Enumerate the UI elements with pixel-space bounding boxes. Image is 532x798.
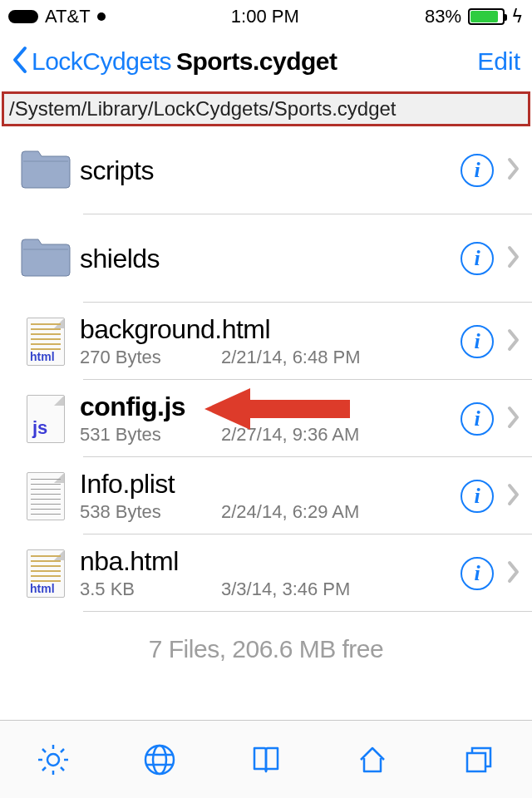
list-item[interactable]: js config.js 531 Bytes 2/27/14, 9:36 AM … — [0, 380, 532, 457]
globe-icon — [141, 741, 178, 778]
bookmarks-tab[interactable] — [239, 733, 293, 786]
battery-pct-label: 83% — [425, 6, 461, 27]
stacked-squares-icon — [461, 741, 497, 778]
chevron-right-icon — [507, 483, 520, 510]
html-file-icon: html — [27, 549, 65, 598]
info-button[interactable]: i — [461, 325, 494, 358]
svg-rect-5 — [467, 753, 485, 771]
info-button[interactable]: i — [461, 402, 494, 436]
clock-label: 1:00 PM — [231, 6, 299, 27]
web-tab[interactable] — [133, 733, 186, 786]
list-item[interactable]: html background.html 270 Bytes 2/21/14, … — [0, 303, 532, 380]
file-list: scripts i shields i html — [0, 126, 532, 612]
item-size: 538 Bytes — [80, 501, 188, 523]
footer-summary: 7 Files, 206.6 MB free — [0, 635, 532, 663]
settings-tab[interactable] — [27, 733, 80, 786]
folder-icon — [20, 148, 71, 193]
chevron-right-icon — [507, 560, 520, 587]
current-path: /System/Library/LockCydgets/Sports.cydge… — [9, 97, 523, 121]
info-button[interactable]: i — [461, 480, 494, 513]
plist-file-icon — [27, 472, 65, 520]
edit-button[interactable]: Edit — [477, 47, 520, 76]
svg-point-3 — [153, 746, 166, 774]
chevron-right-icon — [507, 406, 520, 432]
navigation-bar: LockCydgets Sports.cydget Edit — [0, 33, 532, 90]
carrier-label: AT&T — [45, 6, 91, 27]
info-button[interactable]: i — [461, 557, 494, 590]
item-size: 3.5 KB — [80, 579, 188, 600]
charging-icon: ϟ — [511, 6, 524, 27]
page-title: Sports.cydget — [176, 47, 337, 76]
list-item[interactable]: Info.plist 538 Bytes 2/24/14, 6:29 AM i — [0, 457, 532, 534]
item-size: 270 Bytes — [80, 347, 188, 368]
gear-icon — [35, 741, 71, 778]
svg-point-2 — [145, 746, 174, 774]
item-name: Info.plist — [80, 469, 461, 500]
list-item[interactable]: shields i — [0, 214, 532, 303]
folder-icon — [20, 236, 71, 281]
book-icon — [248, 741, 284, 778]
item-name: nba.html — [80, 546, 461, 577]
item-size: 531 Bytes — [80, 424, 188, 446]
battery-icon — [468, 8, 505, 25]
back-chevron-icon[interactable] — [12, 46, 28, 77]
status-right: 83% ϟ — [425, 6, 524, 27]
signal-strength-icon — [8, 10, 38, 23]
item-date: 2/24/14, 6:29 AM — [221, 501, 359, 523]
windows-tab[interactable] — [452, 733, 505, 786]
item-date: 3/3/14, 3:46 PM — [221, 579, 350, 600]
info-button[interactable]: i — [461, 154, 494, 187]
back-button[interactable]: LockCydgets — [32, 47, 171, 76]
item-date: 2/21/14, 6:48 PM — [221, 347, 361, 368]
network-indicator-icon — [97, 12, 106, 21]
svg-point-1 — [47, 754, 59, 766]
status-bar: AT&T 1:00 PM 83% ϟ — [0, 0, 532, 33]
path-highlight-annotation: /System/Library/LockCydgets/Sports.cydge… — [2, 91, 530, 126]
item-name: config.js — [80, 392, 461, 422]
list-item[interactable]: html nba.html 3.5 KB 3/3/14, 3:46 PM i — [0, 534, 532, 612]
chevron-right-icon — [507, 245, 520, 272]
chevron-right-icon — [507, 328, 520, 355]
info-button[interactable]: i — [461, 242, 494, 275]
chevron-right-icon — [507, 157, 520, 184]
item-date: 2/27/14, 9:36 AM — [221, 424, 359, 446]
html-file-icon: html — [27, 318, 65, 366]
home-icon — [354, 741, 391, 778]
status-left: AT&T — [8, 6, 106, 27]
item-name: shields — [80, 244, 461, 274]
js-file-icon: js — [27, 395, 65, 443]
item-name: background.html — [80, 314, 461, 345]
tab-bar — [0, 720, 532, 798]
home-tab[interactable] — [346, 733, 399, 786]
item-name: scripts — [80, 155, 461, 186]
list-item[interactable]: scripts i — [0, 126, 532, 214]
